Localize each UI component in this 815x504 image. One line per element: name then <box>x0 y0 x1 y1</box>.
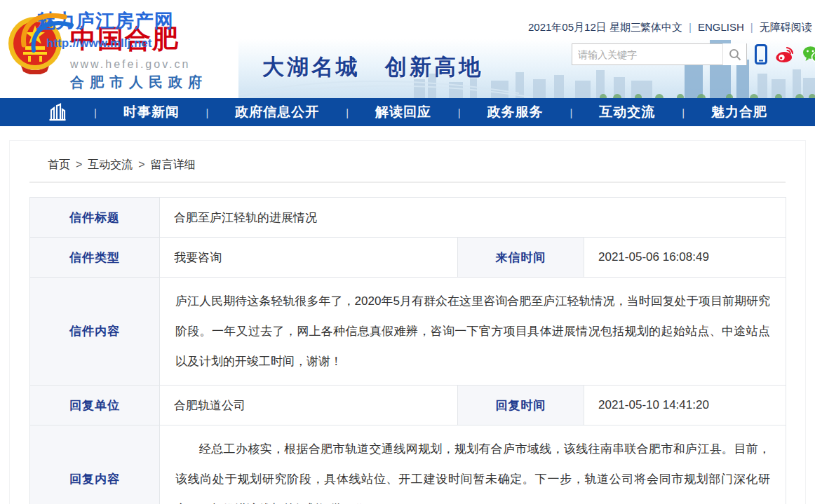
breadcrumb-interaction[interactable]: 互动交流 <box>88 158 133 170</box>
wechat-icon[interactable] <box>802 46 815 64</box>
letter-content-label: 信件内容 <box>30 278 160 386</box>
letter-title-value: 合肥至庐江轻轨的进展情况 <box>160 198 786 238</box>
search-input[interactable] <box>572 45 722 64</box>
breadcrumb-home[interactable]: 首页 <box>48 158 70 170</box>
breadcrumb-separator: > <box>138 158 144 170</box>
breadcrumb-separator: > <box>76 158 82 170</box>
letter-type-value: 我要咨询 <box>160 238 458 278</box>
date-text: 2021年05月12日 星期三 <box>528 21 641 34</box>
traditional-chinese-link[interactable]: 繁体中文 <box>640 21 682 33</box>
nav-item-interpretation[interactable]: 解读回应 <box>375 103 431 121</box>
utility-links: 繁体中文|ENGLISH|无障碍阅读|登录 <box>640 21 815 34</box>
search-button[interactable] <box>722 43 746 65</box>
page: 大湖名城 创新高地 中国合肥 www.hefei.gov.cn 合肥市人民政府 <box>0 0 815 504</box>
site-header: 大湖名城 创新高地 中国合肥 www.hefei.gov.cn 合肥市人民政府 <box>0 0 815 98</box>
nav-item-news[interactable]: 时事新闻 <box>123 103 180 121</box>
letter-time-value: 2021-05-06 16:08:49 <box>584 238 786 278</box>
search-area <box>572 43 815 65</box>
nav-item-charm-hefei[interactable]: 魅力合肥 <box>711 103 767 121</box>
home-building-icon <box>48 102 67 122</box>
breadcrumb: 首页>互动交流>留言详细 <box>48 158 805 172</box>
content-panel: 首页>互动交流>留言详细 信件标题 合肥至庐江轻轨的进展情况 信件类型 我要咨询… <box>9 140 806 504</box>
letter-time-label: 来信时间 <box>458 238 584 278</box>
table-row: 回复内容 经总工办核实，根据合肥市轨道交通线网规划，规划有合庐市域线，该线往南串… <box>30 425 786 504</box>
letter-detail-table: 信件标题 合肥至庐江轻轨的进展情况 信件类型 我要咨询 来信时间 2021-05… <box>29 197 786 504</box>
search-box <box>572 43 747 65</box>
top-utility-bar: 2021年05月12日 星期三 繁体中文|ENGLISH|无障碍阅读|登录 <box>0 21 815 36</box>
nav-item-interaction[interactable]: 互动交流 <box>599 103 655 121</box>
english-link[interactable]: ENGLISH <box>698 21 744 33</box>
table-row: 信件标题 合肥至庐江轻轨的进展情况 <box>30 198 786 238</box>
breadcrumb-current: 留言详细 <box>151 158 196 170</box>
table-row: 信件类型 我要咨询 来信时间 2021-05-06 16:08:49 <box>30 238 786 278</box>
nav-separator: | <box>570 107 573 118</box>
letter-content-value: 庐江人民期待这条轻轨很多年了，2020年5月有群众在这里咨询合肥至庐江轻轨情况，… <box>160 278 786 386</box>
letter-title-label: 信件标题 <box>30 198 160 238</box>
site-org-name: 合肥市人民政府 <box>70 73 208 92</box>
nav-separator: | <box>346 107 349 118</box>
nav-item-services[interactable]: 政务服务 <box>487 103 544 121</box>
table-row: 回复单位 合肥轨道公司 回复时间 2021-05-10 14:41:20 <box>30 386 786 425</box>
nav-separator: | <box>206 107 209 118</box>
letter-type-label: 信件类型 <box>30 238 160 278</box>
nav-home-button[interactable] <box>48 102 67 122</box>
reply-content-label: 回复内容 <box>30 425 160 504</box>
breadcrumb-divider <box>29 182 786 183</box>
nav-separator: | <box>458 107 461 118</box>
reply-time-value: 2021-05-10 14:41:20 <box>584 386 786 425</box>
site-url: www.hefei.gov.cn <box>70 58 208 71</box>
search-icon <box>729 48 741 61</box>
table-row: 信件内容 庐江人民期待这条轻轨很多年了，2020年5月有群众在这里咨询合肥至庐江… <box>30 278 786 386</box>
reply-content-value: 经总工办核实，根据合肥市轨道交通线网规划，规划有合庐市域线，该线往南串联合肥市和… <box>160 425 786 504</box>
weibo-icon[interactable] <box>775 46 795 64</box>
city-slogan: 大湖名城 创新高地 <box>262 53 483 82</box>
reply-unit-value: 合肥轨道公司 <box>160 386 458 425</box>
nav-separator: | <box>682 107 685 118</box>
mobile-icon[interactable] <box>755 44 767 64</box>
reply-time-label: 回复时间 <box>458 386 584 425</box>
reply-unit-label: 回复单位 <box>30 386 160 425</box>
nav-item-gov-info[interactable]: 政府信息公开 <box>235 103 319 121</box>
main-nav: | 时事新闻 | 政府信息公开 | 解读回应 | 政务服务 | 互动交流 | 魅… <box>0 98 815 126</box>
accessibility-link[interactable]: 无障碍阅读 <box>760 21 812 33</box>
nav-separator: | <box>94 107 97 118</box>
